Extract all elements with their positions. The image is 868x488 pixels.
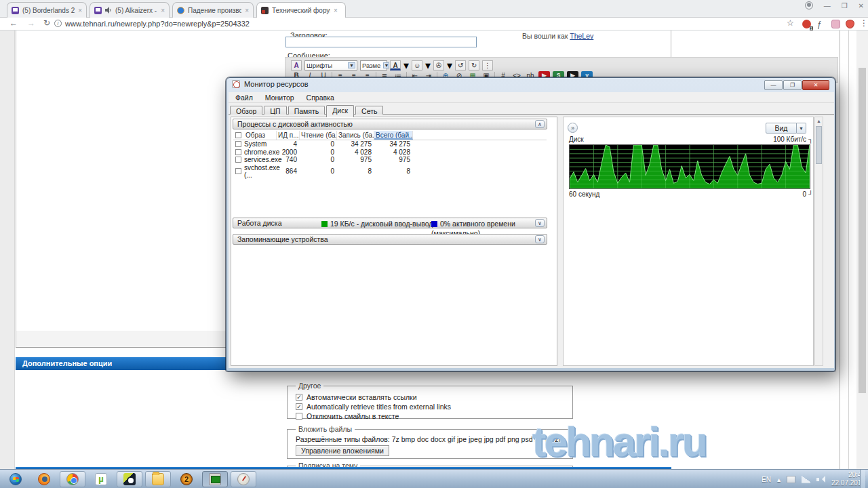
- window-minimize-button[interactable]: —: [824, 2, 831, 9]
- other-options: ✓Автоматически вставлять ссылки✓Automati…: [296, 393, 564, 420]
- checkbox-checked[interactable]: ✓: [296, 394, 302, 401]
- resmon-close-button[interactable]: ✕: [802, 80, 829, 90]
- column-header[interactable]: Запись (ба...: [337, 131, 374, 140]
- page-info-icon[interactable]: i: [54, 20, 62, 27]
- attachment-icon[interactable]: ✇: [433, 60, 444, 70]
- checkbox-checked[interactable]: ✓: [296, 403, 302, 410]
- browser-tab[interactable]: Технический форум - О...×: [256, 2, 346, 18]
- desktop: (5) Borderlands 2 - Wat...×(5) Alkaizerx…: [0, 0, 868, 488]
- column-header[interactable]: Всего (бай...: [374, 131, 413, 140]
- smilies-icon[interactable]: ☺: [412, 60, 422, 70]
- window-close-button[interactable]: ✕: [859, 2, 864, 9]
- font-select[interactable]: Шрифты▼: [304, 60, 357, 70]
- network-icon[interactable]: [802, 476, 810, 483]
- tab-close-icon[interactable]: ×: [334, 7, 338, 14]
- row-checkbox[interactable]: [235, 149, 241, 155]
- remove-format-icon[interactable]: A: [291, 60, 302, 70]
- font-color-icon[interactable]: A: [390, 60, 401, 70]
- ext-camera-icon[interactable]: [831, 20, 840, 28]
- bookmark-star-icon[interactable]: ☆: [787, 18, 794, 28]
- browser-scrollbar[interactable]: [856, 30, 868, 469]
- menu-Монитор[interactable]: Монитор: [265, 94, 294, 101]
- show-desktop-button[interactable]: [860, 470, 865, 488]
- tab-audio-icon[interactable]: [105, 7, 112, 14]
- more-icon[interactable]: ⋮: [482, 60, 493, 70]
- row-checkbox[interactable]: [235, 141, 241, 147]
- storage-section-header[interactable]: Запоминающие устройства ∨: [233, 234, 547, 245]
- undo-icon[interactable]: ↺: [455, 60, 466, 70]
- title-input[interactable]: [285, 37, 477, 47]
- column-header[interactable]: Чтение (ба...: [300, 131, 337, 140]
- column-header[interactable]: Образ: [244, 131, 277, 140]
- back-icon[interactable]: ←: [9, 18, 18, 28]
- right-scrollbar-thumb[interactable]: [816, 126, 822, 164]
- column-header[interactable]: ИД п...: [277, 131, 300, 140]
- table-row[interactable]: svchost.exe (...864088: [233, 164, 547, 172]
- taskbar-resource-monitor[interactable]: [202, 471, 228, 487]
- resmon-maximize-button[interactable]: ❐: [783, 80, 802, 90]
- scrollbar-up-icon[interactable]: ▲: [815, 117, 823, 125]
- taskbar-chrome[interactable]: [60, 471, 85, 487]
- menu-Файл[interactable]: Файл: [235, 94, 253, 101]
- view-button-label[interactable]: Вид: [766, 123, 797, 134]
- language-indicator[interactable]: EN: [762, 476, 771, 483]
- start-button[interactable]: [3, 471, 28, 487]
- resmon-tab-Диск[interactable]: Диск: [326, 105, 354, 117]
- table-row[interactable]: chrome.exe200004 0284 028: [233, 148, 547, 157]
- expand-chevron-icon[interactable]: ∨: [535, 219, 545, 227]
- checkbox[interactable]: [296, 413, 302, 420]
- ext-script-icon[interactable]: ƒ: [817, 20, 822, 28]
- header-checkbox[interactable]: [235, 132, 241, 138]
- taskbar-borderlands2[interactable]: 2: [174, 471, 199, 487]
- disk-activity-section-header[interactable]: Работа диска 19 КБ/с - дисковый ввод-выв…: [233, 218, 547, 228]
- profile-icon[interactable]: [805, 1, 813, 9]
- size-select[interactable]: Разме▼: [360, 60, 387, 70]
- ext-adblock-icon[interactable]: 1: [802, 20, 811, 28]
- username-link[interactable]: TheLev: [570, 32, 593, 40]
- panel-collapse-icon[interactable]: »: [568, 123, 578, 133]
- manage-attachments-button[interactable]: Управление вложениями: [296, 445, 389, 456]
- browser-tab[interactable]: Падение производител...×: [172, 2, 254, 18]
- view-dropdown[interactable]: Вид ▼: [766, 123, 806, 134]
- hidden-icons-icon[interactable]: ▴: [777, 476, 781, 483]
- browser-scrollbar-thumb[interactable]: [859, 68, 866, 393]
- taskbar-gauge-icon: [237, 473, 250, 485]
- collapse-chevron-icon[interactable]: ∧: [535, 120, 545, 128]
- action-center-icon[interactable]: [787, 476, 795, 483]
- url-bar[interactable]: www.tehnari.ru/newreply.php?do=newreply&…: [65, 20, 250, 28]
- row-checkbox[interactable]: [235, 157, 241, 163]
- table-row[interactable]: System4034 27534 275: [233, 140, 547, 148]
- redo-icon[interactable]: ↻: [469, 60, 479, 70]
- taskbar-steam[interactable]: [117, 471, 142, 487]
- storage-expand-chevron-icon[interactable]: ∨: [535, 235, 545, 243]
- view-dropdown-arrow-icon[interactable]: ▼: [797, 123, 806, 134]
- tab-close-icon[interactable]: ×: [78, 7, 82, 14]
- ext-shield-icon[interactable]: [846, 20, 854, 28]
- menu-Справка[interactable]: Справка: [307, 94, 334, 101]
- forward-icon[interactable]: →: [27, 18, 35, 28]
- taskbar-gauge[interactable]: [231, 471, 256, 487]
- right-panel-scrollbar[interactable]: ▲: [814, 117, 823, 366]
- resmon-minimize-button[interactable]: —: [764, 80, 783, 90]
- reload-icon[interactable]: ↻: [43, 18, 50, 28]
- page-column-border2: [848, 30, 849, 469]
- browser-tab[interactable]: (5) Borderlands 2 - Wat...×: [7, 2, 87, 18]
- taskbar-utorrent[interactable]: µ: [88, 471, 114, 487]
- taskbar-explorer[interactable]: [145, 471, 171, 487]
- resmon-titlebar[interactable]: Монитор ресурсов: [232, 80, 309, 88]
- dropdown-arrow-icon[interactable]: ▼: [348, 62, 355, 68]
- volume-icon[interactable]: [816, 476, 825, 483]
- taskbar-firefox-icon: [38, 473, 50, 485]
- window-maximize-button[interactable]: ❐: [842, 2, 848, 9]
- browser-tab[interactable]: (5) Alkaizerx - Twitch×: [90, 2, 170, 18]
- table-row[interactable]: services.exe7400975975: [233, 156, 547, 164]
- dropdown-arrow-icon[interactable]: ▼: [383, 62, 389, 68]
- row-checkbox[interactable]: [235, 168, 241, 174]
- processes-header-text: Процессы с дисковой активностью: [237, 120, 353, 128]
- tab-title: Технический форум - О...: [272, 7, 330, 14]
- processes-section-header[interactable]: Процессы с дисковой активностью ∧: [233, 119, 547, 129]
- tab-close-icon[interactable]: ×: [245, 7, 249, 14]
- taskbar-firefox[interactable]: [31, 471, 57, 487]
- browser-menu-icon[interactable]: ⋮: [860, 18, 868, 28]
- tab-close-icon[interactable]: ×: [161, 7, 165, 14]
